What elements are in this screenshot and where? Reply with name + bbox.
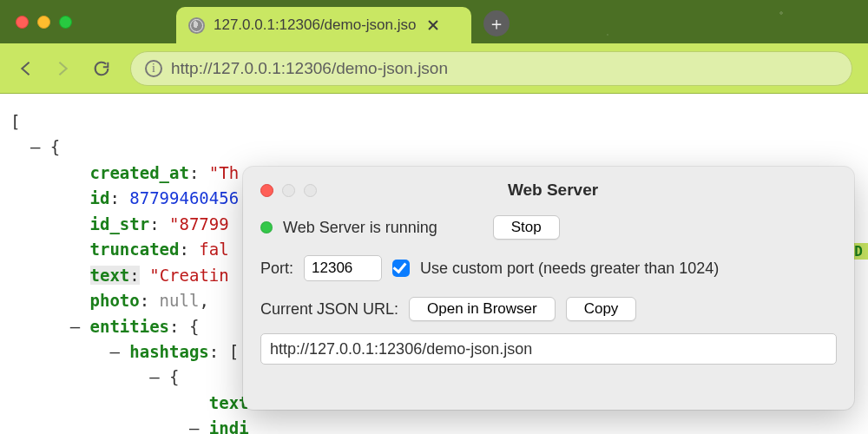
- forward-button[interactable]: [54, 59, 73, 78]
- panel-minimize-button[interactable]: [282, 184, 295, 197]
- panel-title: Web Server: [317, 181, 789, 200]
- reload-button[interactable]: [92, 59, 111, 78]
- tab-close-button[interactable]: [428, 20, 438, 30]
- url-field[interactable]: http://127.0.0.1:12306/demo-json.json: [260, 333, 837, 365]
- json-key-id-str: id_str: [90, 214, 150, 233]
- stop-button[interactable]: Stop: [493, 215, 560, 240]
- window-close-button[interactable]: [16, 16, 29, 29]
- json-val-truncated: fal: [199, 240, 228, 259]
- window-zoom-button[interactable]: [59, 16, 72, 29]
- collapse-toggle[interactable]: –: [70, 317, 80, 336]
- url-value: http://127.0.0.1:12306/demo-json.json: [270, 340, 532, 358]
- address-bar[interactable]: i http://127.0.0.1:12306/demo-json.json: [130, 51, 852, 86]
- window-traffic-lights: [16, 16, 72, 29]
- collapse-toggle[interactable]: –: [149, 367, 159, 386]
- json-val-id-str: "87799: [169, 214, 229, 233]
- json-val-created-at: "Th: [209, 163, 239, 182]
- json-key-truncated: truncated: [90, 240, 180, 259]
- window-minimize-button[interactable]: [37, 16, 50, 29]
- open-in-browser-button[interactable]: Open in Browser: [409, 297, 556, 321]
- browser-navbar: i http://127.0.0.1:12306/demo-json.json: [0, 43, 868, 94]
- panel-traffic-lights: [260, 184, 317, 197]
- json-val-id: 87799460456: [129, 188, 239, 207]
- status-text: Web Server is running: [283, 219, 437, 237]
- custom-port-label: Use custom port (needs greater than 1024…: [420, 260, 719, 278]
- address-url: http://127.0.0.1:12306/demo-json.json: [171, 59, 448, 78]
- globe-icon: [188, 17, 205, 34]
- collapse-toggle[interactable]: –: [109, 342, 119, 361]
- port-label: Port:: [260, 260, 293, 278]
- site-info-icon[interactable]: i: [145, 60, 162, 77]
- panel-zoom-button[interactable]: [304, 184, 317, 197]
- web-server-panel: Web Server Web Server is running Stop Po…: [243, 167, 854, 410]
- current-url-label: Current JSON URL:: [260, 300, 398, 319]
- json-val-text: "Creatin: [149, 266, 229, 285]
- port-input[interactable]: [304, 255, 382, 281]
- collapse-toggle[interactable]: –: [30, 137, 40, 156]
- json-val-photo: null: [160, 291, 200, 310]
- json-key-id: id: [90, 188, 110, 207]
- copy-button[interactable]: Copy: [566, 297, 637, 321]
- json-key-hashtags: hashtags: [129, 342, 209, 361]
- collapse-toggle[interactable]: –: [189, 418, 199, 434]
- tab-title: 127.0.0.1:12306/demo-json.jso: [214, 16, 416, 34]
- browser-tab[interactable]: 127.0.0.1:12306/demo-json.jso: [176, 7, 471, 43]
- json-key-photo: photo: [90, 291, 140, 310]
- json-key-entities: entities: [90, 317, 170, 336]
- panel-close-button[interactable]: [260, 184, 273, 197]
- status-indicator-icon: [260, 221, 273, 233]
- back-button[interactable]: [16, 59, 35, 78]
- new-tab-button[interactable]: ＋: [483, 10, 510, 36]
- browser-titlebar: 127.0.0.1:12306/demo-json.jso ＋: [0, 0, 868, 43]
- custom-port-checkbox[interactable]: [392, 260, 410, 277]
- json-key-created-at: created_at: [90, 163, 189, 182]
- json-key-text: text: [90, 266, 130, 285]
- json-key-indices: indi: [209, 418, 249, 434]
